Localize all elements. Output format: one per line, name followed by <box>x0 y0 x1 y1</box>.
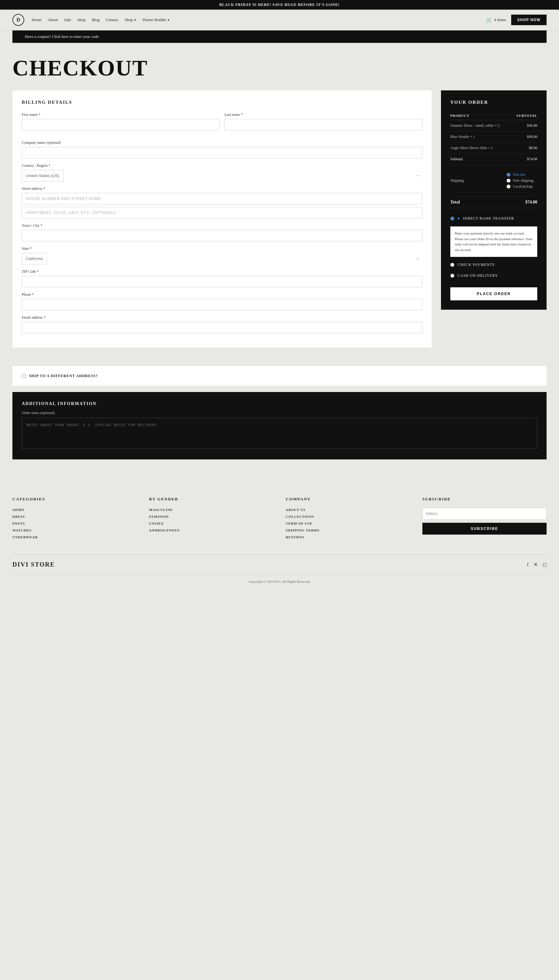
nav-links: Home About Sale Shop Blog Contact Shop ▾… <box>32 17 170 22</box>
social-instagram[interactable]: ◻ <box>542 561 547 568</box>
nav-right: 🛒 4 Items SHOP NOW <box>486 15 547 25</box>
total-value: $74.00 <box>506 197 537 208</box>
nav-contact[interactable]: Contact <box>106 17 118 22</box>
shipping-local[interactable]: Local pickup <box>506 184 537 189</box>
first-name-input[interactable] <box>22 119 220 131</box>
phone-label: Phone * <box>22 292 422 297</box>
cart-count: 4 Items <box>494 17 506 22</box>
banner-text: BLACK FRIDAY IS HERE! SAVE HUGE BEFORE I… <box>219 2 339 7</box>
footer-link-collections[interactable]: COLLECTIONS <box>286 515 410 518</box>
cart-area[interactable]: 🛒 4 Items <box>486 17 506 23</box>
payment-check[interactable]: CHECK PAYMENTS <box>450 259 537 270</box>
shipping-options-cell: Flat rate Free shipping Local pickup <box>506 165 537 197</box>
social-facebook[interactable]: f <box>527 562 529 568</box>
subscribe-email-input[interactable] <box>422 508 547 520</box>
footer-company: COMPANY ABOUT US COLLECTIONS TERM OF USE… <box>286 497 410 542</box>
shipping-row: Shipping Flat rate Free shipping <box>450 165 537 197</box>
nav-about[interactable]: About <box>48 17 58 22</box>
apartment-input[interactable] <box>22 207 422 219</box>
subtotal-col-header: SUBTOTAL <box>506 111 537 120</box>
item-name-1: Blue Hoodie × 1 <box>450 131 506 142</box>
ship-different-label: SHIP TO A DIFFERENT ADDRESS? <box>29 374 98 378</box>
first-name-label: First name * <box>22 113 220 117</box>
footer-link-underwear[interactable]: UNDERWEAR <box>12 535 137 539</box>
place-order-button[interactable]: PLACE ORDER <box>450 287 537 300</box>
table-row: Aegis Short Sleeve Shirt × 1 $8.00 <box>450 142 537 154</box>
state-group: State * California <box>22 246 422 264</box>
order-section: YOUR ORDER PRODUCT SUBTOTAL Summer Dress… <box>441 90 547 310</box>
name-row: First name * Last name * <box>22 113 422 136</box>
order-table: PRODUCT SUBTOTAL Summer Dress - small, w… <box>450 111 537 208</box>
footer-link-dress[interactable]: DRESS <box>12 515 137 518</box>
nav-theme-builder[interactable]: Theme Builder ▾ <box>142 17 170 22</box>
payment-methods: ● DIRECT BANK TRANSFER Make your payment… <box>450 213 537 281</box>
zip-input[interactable] <box>22 276 422 287</box>
footer-social: f ✕ ◻ <box>527 561 547 568</box>
footer-link-term-of-use[interactable]: TERM OF USE <box>286 521 410 525</box>
ship-different-checkbox[interactable] <box>22 374 26 378</box>
footer-link-masculine[interactable]: MASCULINE <box>149 508 273 512</box>
nav-blog[interactable]: Blog <box>92 17 99 22</box>
twitter-icon: ✕ <box>534 562 538 567</box>
footer-copyright: Copyright © 2023 Divi. All Rights Reserv… <box>12 574 547 583</box>
instagram-icon: ◻ <box>542 562 547 567</box>
state-select[interactable]: California <box>22 253 47 264</box>
phone-input[interactable] <box>22 299 422 310</box>
table-row: Summer Dress - small, white × 2 $36.00 <box>450 120 537 131</box>
last-name-group: Last name * <box>225 113 422 131</box>
page-title: CHECKOUT <box>12 55 547 81</box>
footer-link-shipping-terms[interactable]: SHIPPING TERMS <box>286 528 410 532</box>
bank-transfer-info: Make your payment directly into our bank… <box>450 227 537 257</box>
footer-link-shirt[interactable]: SHIRT <box>12 508 137 512</box>
footer-subscribe-title: SUBSCRIBE <box>422 497 547 502</box>
state-label: State * <box>22 246 422 251</box>
state-select-wrapper: California <box>22 253 422 264</box>
ship-different-checkbox-label[interactable]: SHIP TO A DIFFERENT ADDRESS? <box>22 374 537 378</box>
payment-direct-bank[interactable]: ● DIRECT BANK TRANSFER <box>450 213 537 224</box>
footer-bottom: DIVI STORE f ✕ ◻ <box>12 555 547 568</box>
footer-link-returns[interactable]: RETURNS <box>286 535 410 539</box>
nav-shop[interactable]: Shop <box>77 17 86 22</box>
footer-link-watches[interactable]: WATCHES <box>12 528 137 532</box>
city-input[interactable] <box>22 230 422 241</box>
country-select[interactable]: United States (US) <box>22 170 64 181</box>
footer-link-pants[interactable]: PANTS <box>12 521 137 525</box>
footer-link-about-us[interactable]: ABOUT US <box>286 508 410 512</box>
logo[interactable]: D <box>12 14 24 26</box>
direct-bank-icon: ● <box>457 216 460 221</box>
order-notes-textarea[interactable] <box>22 418 537 449</box>
payment-cod[interactable]: CASH ON DELIVERY <box>450 270 537 281</box>
footer-link-androgynous[interactable]: ANDROGYNOUS <box>149 528 273 532</box>
subscribe-button[interactable]: SUBSCRIBE <box>422 523 547 535</box>
company-input[interactable] <box>22 147 422 159</box>
email-input[interactable] <box>22 322 422 333</box>
footer-by-gender: BY GENDER MASCULINE FEMININE UNISEX ANDR… <box>149 497 273 542</box>
nav-sale[interactable]: Sale <box>64 17 71 22</box>
coupon-bar[interactable]: Have a coupon? Click here to enter your … <box>12 30 547 43</box>
shipping-options: Flat rate Free shipping Local pickup <box>506 168 537 193</box>
country-group: Country / Region * United States (US) <box>22 163 422 181</box>
shipping-flat-rate[interactable]: Flat rate <box>506 172 537 177</box>
social-twitter[interactable]: ✕ <box>534 561 538 568</box>
ship-different-section: SHIP TO A DIFFERENT ADDRESS? <box>12 366 547 386</box>
billing-section: BILLING DETAILS First name * Last name *… <box>12 90 432 348</box>
shop-now-button[interactable]: SHOP NOW <box>511 15 547 25</box>
table-row: Blue Hoodie × 1 $30.00 <box>450 131 537 142</box>
last-name-input[interactable] <box>225 119 422 131</box>
cart-icon: 🛒 <box>486 17 492 23</box>
country-select-wrapper: United States (US) <box>22 170 422 181</box>
top-banner: BLACK FRIDAY IS HERE! SAVE HUGE BEFORE I… <box>0 0 559 10</box>
street-input[interactable] <box>22 193 422 204</box>
footer-link-unisex[interactable]: UNISEX <box>149 521 273 525</box>
shipping-free[interactable]: Free shipping <box>506 178 537 183</box>
nav-shop-dropdown[interactable]: Shop ▾ <box>124 17 136 22</box>
nav-home[interactable]: Home <box>32 17 41 22</box>
footer-link-feminine[interactable]: FEMININE <box>149 515 273 518</box>
total-label: Total <box>450 197 506 208</box>
product-col-header: PRODUCT <box>450 111 506 120</box>
first-name-group: First name * <box>22 113 220 131</box>
coupon-text: Have a coupon? Click here to enter your … <box>25 34 99 39</box>
additional-section: ADDITIONAL INFORMATION Order notes (opti… <box>12 392 547 459</box>
last-name-label: Last name * <box>225 113 422 117</box>
checkout-layout: BILLING DETAILS First name * Last name *… <box>0 90 559 366</box>
